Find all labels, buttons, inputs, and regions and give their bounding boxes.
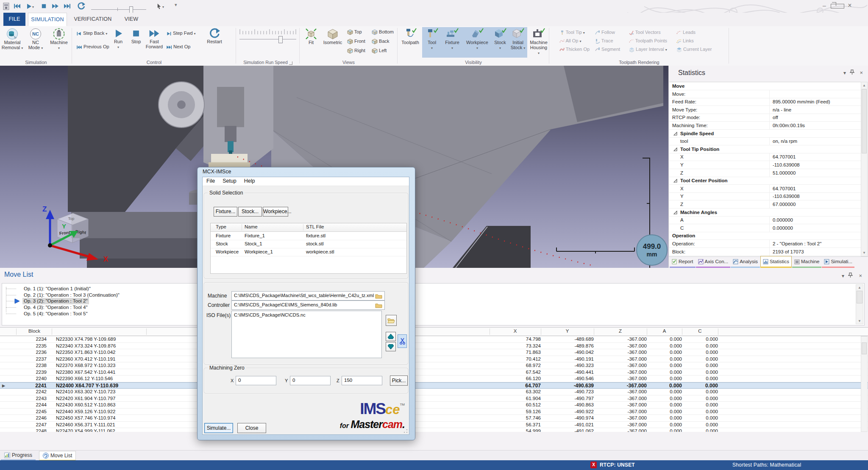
speed-slider[interactable] (91, 6, 146, 13)
y-zero-field[interactable]: 0 (290, 376, 331, 385)
controller-path-field[interactable]: C:\IMS\CDS_Package\CE\IMS_Siemens_840d.l… (231, 300, 385, 310)
move-table-row[interactable]: 2240N22390 X66.12 Y-110.54666.120-490.54… (0, 375, 868, 382)
run-button[interactable]: Run▾ (111, 28, 125, 50)
close-panel-button[interactable]: × (859, 273, 862, 279)
expander-icon[interactable] (673, 132, 677, 136)
speed-slider-thumb[interactable] (278, 36, 283, 43)
statistics-row[interactable]: Z51.000000 (669, 169, 861, 177)
folder-icon[interactable] (375, 303, 382, 308)
cut-button[interactable] (398, 334, 407, 348)
stock-visibility-button[interactable]: Stock▾ (492, 28, 509, 51)
trace-button[interactable]: Trace (595, 38, 613, 44)
material-removal-button[interactable]: MaterialRemoval ▾ (1, 28, 24, 51)
header-z[interactable]: Z (594, 328, 647, 334)
move-table-row[interactable]: 2239N22380 X67.542 Y-110.44167.542-490.4… (0, 369, 868, 376)
move-up-button[interactable] (386, 332, 396, 341)
solid-table-row[interactable]: FixtureFixture_1fixture.stl (211, 232, 406, 240)
fast-forward-ribbon-button[interactable]: FastForward (145, 28, 164, 49)
statistics-row[interactable]: C0.000000 (669, 224, 861, 232)
folder-icon[interactable] (375, 293, 382, 299)
statistics-row[interactable]: Operation:2 - "Operation : Tool 2" (669, 240, 861, 248)
operation-tree-item[interactable]: Op. 1 (1): "Operation 1 (Initial)" (2, 286, 864, 292)
restart-ribbon-button[interactable]: Restart (204, 28, 225, 44)
menu-setup[interactable]: Setup (219, 177, 240, 185)
view-bottom-button[interactable]: Bottom (372, 29, 394, 35)
machine-mode-button[interactable]: Machine▾ (47, 28, 70, 51)
close-button[interactable]: × (843, 2, 856, 9)
pick-button[interactable]: Pick... (390, 375, 408, 386)
step-fwd-button[interactable]: Step Fwd ▾ (166, 31, 196, 36)
resize-grip[interactable] (403, 429, 408, 433)
leads-button[interactable]: Leads (676, 30, 696, 35)
fit-view-button[interactable]: Fit (302, 28, 320, 45)
view-front-button[interactable]: Front (347, 39, 365, 44)
pointer-tool-button[interactable]: ▾ (156, 2, 164, 10)
statistics-row[interactable]: Operation (669, 232, 861, 240)
panel-menu-button[interactable]: ▾ (843, 70, 846, 76)
restore-button[interactable] (831, 2, 843, 9)
iso-files-textarea[interactable]: C:\IMS\CDS_Package\NC\CDS.nc (231, 311, 382, 358)
all-op-button[interactable]: All Op ▾ (559, 38, 581, 44)
tab-progress[interactable]: Progress (1, 451, 36, 461)
jump-start-button[interactable] (14, 2, 21, 10)
isometric-view-button[interactable]: Isometric (321, 28, 345, 45)
view-back-button[interactable]: Back (372, 39, 389, 44)
statistics-row[interactable]: Tool Tip Position (669, 145, 861, 153)
close-dialog-button[interactable]: Close (237, 423, 266, 433)
move-table-row[interactable]: 2248N22470 X54.999 Y-111.06254.999-491.0… (0, 428, 868, 432)
pin-icon[interactable] (848, 272, 853, 278)
statistics-row[interactable]: Spindle Speed (669, 130, 861, 138)
expander-icon[interactable] (673, 211, 677, 214)
tool-tip-button[interactable]: Tool Tip ▾ (559, 30, 585, 35)
stop-button[interactable] (41, 2, 47, 10)
tool-visibility-button[interactable]: Tool▾ (423, 28, 441, 51)
expander-icon[interactable] (673, 147, 677, 151)
statistics-row[interactable]: Move: (669, 90, 861, 98)
stats-tab-simulati[interactable]: Simulati... (822, 256, 854, 268)
machine-path-field[interactable]: C:\IMS\CDS_Package\Machine\Stl_wcs_table… (231, 291, 385, 300)
current-layer-button[interactable]: Current Layer (676, 47, 712, 52)
browse-iso-button[interactable] (386, 315, 397, 326)
tab-file[interactable]: FILE (3, 13, 25, 26)
move-down-button[interactable] (386, 342, 396, 351)
statistics-scrollbar[interactable]: ▲ ▼ (861, 82, 868, 256)
play-button[interactable]: ▾ (25, 2, 34, 10)
restart-button[interactable] (77, 2, 85, 10)
nc-mode-button[interactable]: NC NCMode ▾ (25, 28, 47, 51)
move-table-row[interactable]: 2244N22430 X60.512 Y-110.86360.512-490.8… (0, 402, 868, 409)
stats-tab-analysis[interactable]: Analysis (731, 256, 760, 268)
move-table-row[interactable]: 2242N22410 X63.302 Y-110.72363.302-490.7… (0, 389, 868, 395)
fixture-button[interactable]: Fixture... (214, 207, 237, 217)
stop-ribbon-button[interactable]: Stop (129, 28, 143, 44)
menu-help[interactable]: Help (240, 177, 259, 185)
pin-icon[interactable] (850, 69, 854, 75)
menu-file[interactable]: File (203, 177, 219, 185)
segment-button[interactable]: Segment (595, 47, 620, 52)
move-table-row[interactable]: 2247N22460 X56.371 Y-111.02156.371-491.0… (0, 422, 868, 428)
workpiece-button[interactable]: Workpiece... (263, 207, 288, 217)
statistics-row[interactable]: Z67.000000 (669, 200, 861, 209)
fixture-visibility-button[interactable]: Fixture▾ (442, 28, 463, 51)
move-table-row[interactable]: ▶2241N22400 X64.707 Y-110.63964.707-490.… (0, 382, 868, 389)
workpiece-visibility-button[interactable]: Workpiece▾ (464, 28, 491, 51)
links-button[interactable]: Links (676, 38, 694, 44)
operation-tree-item[interactable]: Op. 4 (3): "Operation : Tool 4" (2, 304, 864, 311)
move-table-row[interactable]: 2235N22340 X73.324 Y-109.87673.324-489.8… (0, 343, 868, 350)
header-c[interactable]: C (682, 328, 718, 334)
tab-move-list[interactable]: Move List (39, 451, 76, 461)
move-table-row[interactable]: 2243N22420 X61.904 Y-110.79761.904-490.7… (0, 395, 868, 402)
statistics-row[interactable]: Block:2193 of 17073 (669, 248, 861, 256)
next-op-button[interactable]: Next Op (166, 44, 190, 50)
z-zero-field[interactable]: 150 (342, 376, 382, 385)
statistics-row[interactable]: Tool Center Position (669, 177, 861, 185)
statistics-row[interactable]: Machine Angles (669, 209, 861, 217)
statistics-row[interactable]: Move Type:n/a - line (669, 106, 861, 114)
operation-tree-item[interactable]: Op. 2 (1): "Operation : Tool 3 (Continua… (2, 292, 864, 298)
move-table-row[interactable]: 2236N22350 X71.863 Y-110.04271.863-490.0… (0, 349, 868, 356)
jump-end-button[interactable] (64, 2, 71, 10)
slider-thumb[interactable] (129, 6, 133, 13)
mcx-imsce-dialog[interactable]: MCX-IMSce FileSetupHelp Solid Selection … (197, 167, 415, 440)
statistics-row[interactable]: RTCP mode:off (669, 114, 861, 122)
stats-tab-axis-con[interactable]: Axis Con... (696, 256, 731, 268)
close-panel-button[interactable]: × (860, 70, 863, 76)
